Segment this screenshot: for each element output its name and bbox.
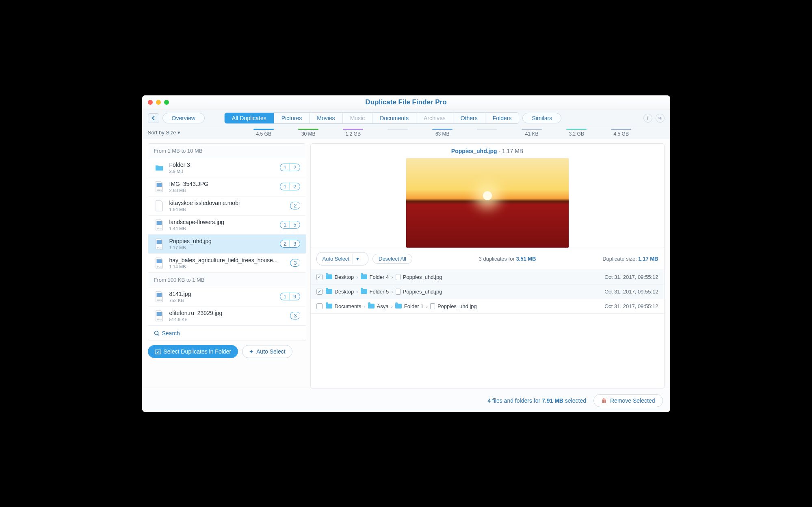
folder-icon [154, 162, 165, 174]
svg-rect-8 [156, 293, 162, 296]
svg-rect-10 [156, 312, 162, 315]
file-icon [396, 289, 401, 295]
svg-text:JPEG: JPEG [157, 300, 162, 302]
svg-text:JPEG: JPEG [157, 190, 162, 192]
auto-select-button[interactable]: ✦ Auto Select [242, 345, 292, 358]
duplicate-row[interactable]: Documents›Asya›Folder 1›Poppies_uhd.jpg … [311, 299, 664, 314]
search-button[interactable]: Search [148, 326, 306, 341]
select-duplicates-in-folder-button[interactable]: Select Duplicates in Folder [148, 345, 238, 358]
list-item[interactable]: JPEG Poppies_uhd.jpg1.17 MB 23 [148, 235, 306, 254]
rss-icon[interactable]: ≋ [656, 114, 665, 123]
size-indicator [465, 129, 509, 137]
size-row: Sort by Size ▾ 4.5 GB30 MB1.2 GB63 MB41 … [142, 127, 670, 139]
chevron-right-icon: › [391, 274, 393, 280]
auto-select-detail-button[interactable]: Auto Select ▾ [316, 252, 369, 265]
tab-documents[interactable]: Documents [372, 113, 416, 123]
group-header: From 1 MB to 10 MB [148, 144, 306, 158]
count-badge: 3 [290, 259, 300, 267]
count-badge: 12 [280, 183, 300, 190]
size-indicator: 3.2 GB [554, 129, 599, 137]
count-badge: 23 [280, 240, 300, 248]
duplicate-row[interactable]: Desktop›Folder 5›Poppies_uhd.jpg Oct 31,… [311, 285, 664, 299]
detail-title: Poppies_uhd.jpg - 1.17 MB [311, 144, 664, 158]
size-indicator: 4.5 GB [599, 129, 643, 137]
file-icon [430, 303, 435, 309]
similars-button[interactable]: Similars [522, 113, 561, 123]
preview-area [311, 158, 664, 248]
tab-movies[interactable]: Movies [310, 113, 342, 123]
deselect-all-button[interactable]: Deselect All [372, 254, 412, 264]
count-badge: 12 [280, 164, 300, 171]
size-indicator: 30 MB [286, 129, 331, 137]
size-indicator: 1.2 GB [331, 129, 375, 137]
tab-others[interactable]: Others [453, 113, 485, 123]
jpeg-icon: JPEG [154, 219, 165, 231]
folder-icon [326, 289, 332, 294]
tab-pictures[interactable]: Pictures [274, 113, 310, 123]
list-item[interactable]: Folder 32.9 MB 12 [148, 158, 306, 177]
list-item[interactable]: JPEG IMG_3543.JPG2.68 MB 12 [148, 177, 306, 196]
svg-point-12 [154, 331, 158, 334]
svg-line-13 [158, 334, 159, 336]
detail-toolbar: Auto Select ▾ Deselect All 3 duplicates … [311, 248, 664, 270]
titlebar: Duplicate File Finder Pro [142, 95, 670, 110]
tab-folders[interactable]: Folders [485, 113, 519, 123]
chevron-right-icon: › [364, 303, 365, 309]
date-label: Oct 31, 2017, 09:55:12 [604, 274, 658, 280]
file-icon [396, 274, 401, 280]
list-item[interactable]: JPEG 8141.jpg752 KB 19 [148, 287, 306, 306]
window-title: Duplicate File Finder Pro [142, 98, 670, 106]
duplicate-row[interactable]: Desktop›Folder 4›Poppies_uhd.jpg Oct 31,… [311, 270, 664, 285]
category-tabs: All DuplicatesPicturesMoviesMusicDocumen… [224, 112, 520, 124]
toolbar: Overview All DuplicatesPicturesMoviesMus… [142, 110, 670, 127]
chevron-right-icon: › [426, 303, 428, 309]
date-label: Oct 31, 2017, 09:55:12 [604, 289, 658, 295]
trash-icon: 🗑 [601, 397, 607, 404]
folder-icon [326, 304, 332, 309]
svg-text:JPEG: JPEG [157, 228, 162, 230]
breadcrumb: Documents›Asya›Folder 1›Poppies_uhd.jpg [326, 303, 477, 309]
svg-rect-6 [156, 259, 162, 263]
count-badge: 3 [290, 312, 300, 319]
checkbox[interactable] [316, 274, 323, 280]
checkbox[interactable] [316, 289, 323, 295]
chevron-right-icon: › [356, 274, 358, 280]
doc-icon [154, 200, 165, 212]
preview-image [406, 158, 569, 248]
chevron-right-icon: › [391, 303, 393, 309]
back-button[interactable] [148, 113, 159, 123]
size-indicator: 4.5 GB [241, 129, 286, 137]
list-item[interactable]: JPEG hay_bales_agriculture_field_trees_h… [148, 254, 306, 273]
svg-rect-14 [155, 350, 161, 354]
checkbox[interactable] [316, 303, 323, 309]
tab-music[interactable]: Music [343, 113, 373, 123]
chevron-down-icon[interactable]: ▾ [353, 254, 362, 263]
svg-rect-2 [156, 221, 162, 224]
list-item[interactable]: JPEG landscape-flowers.jpg1.44 MB 15 [148, 216, 306, 235]
detail-panel: Poppies_uhd.jpg - 1.17 MB Auto Select ▾ … [310, 143, 665, 389]
folder-icon [361, 289, 367, 294]
size-indicator: 63 MB [420, 129, 465, 137]
search-icon [154, 330, 160, 336]
app-window: Duplicate File Finder Pro Overview All D… [142, 95, 670, 412]
list-item[interactable]: JPEG elitefon.ru_23929.jpg514.9 KB 3 [148, 306, 306, 326]
remove-selected-button[interactable]: 🗑 Remove Selected [593, 394, 663, 407]
sparkle-icon: ✦ [249, 348, 254, 355]
jpeg-icon: JPEG [154, 238, 165, 250]
overview-button[interactable]: Overview [162, 113, 205, 123]
chevron-left-icon [152, 116, 156, 121]
info-icon[interactable]: i [643, 114, 652, 123]
folder-icon [361, 274, 367, 279]
list-item[interactable]: kitayskoe issledovanie.mobi1.94 MB 2 [148, 196, 306, 216]
folder-icon [326, 274, 332, 279]
svg-text:JPEG: JPEG [157, 247, 162, 249]
chevron-right-icon: › [356, 289, 358, 295]
tab-archives[interactable]: Archives [416, 113, 453, 123]
count-badge: 15 [280, 221, 300, 229]
date-label: Oct 31, 2017, 09:55:12 [604, 303, 658, 309]
folder-check-icon [155, 349, 161, 354]
folder-icon [368, 304, 375, 309]
sort-dropdown[interactable]: Sort by Size ▾ [148, 129, 181, 136]
tab-all-duplicates[interactable]: All Duplicates [225, 113, 274, 123]
footer: 4 files and folders for 7.91 MB selected… [142, 389, 670, 412]
